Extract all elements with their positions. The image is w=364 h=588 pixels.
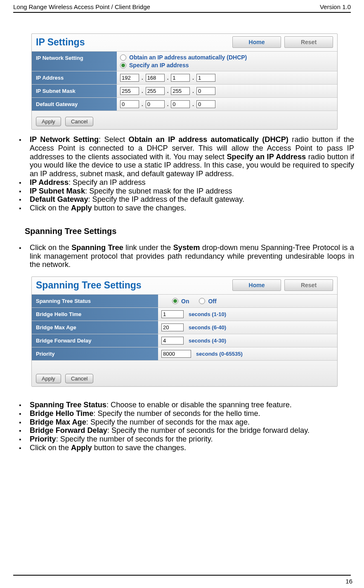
- list-item: IP Address: Specify an IP address: [30, 178, 354, 187]
- radio-icon: [120, 54, 126, 61]
- radio-icon: [172, 298, 178, 304]
- footer-rule: [13, 575, 351, 576]
- reset-button[interactable]: Reset: [284, 36, 333, 48]
- label: IP Network Setting: [32, 52, 117, 71]
- header-right: Version 1.0: [320, 3, 351, 10]
- radio-icon: [120, 62, 126, 68]
- gw-octet-1[interactable]: [120, 100, 139, 108]
- value: . . .: [117, 98, 337, 111]
- radio-on[interactable]: On: [172, 298, 189, 305]
- priority-input[interactable]: [161, 350, 191, 358]
- label: Priority: [32, 347, 158, 360]
- label: Spanning Tree Status: [32, 295, 158, 307]
- page-number: 16: [345, 578, 352, 585]
- label: IP Subnet Mask: [32, 85, 117, 97]
- panel-footer: Apply Cancel: [32, 361, 337, 386]
- apply-button[interactable]: Apply: [36, 374, 61, 383]
- row-hello-time: Bridge Hello Time seconds (1-10): [32, 308, 337, 321]
- row-ip-network-setting: IP Network Setting Obtain an IP address …: [32, 52, 337, 71]
- ip-octet-1[interactable]: [120, 74, 139, 82]
- mask-octet-3[interactable]: [171, 87, 190, 95]
- list-item: Spanning Tree Status: Choose to enable o…: [30, 401, 354, 409]
- list-item: Click on the Apply button to save the ch…: [30, 444, 354, 452]
- radio-dhcp[interactable]: Obtain an IP address automatically (DHCP…: [120, 54, 247, 61]
- mask-octet-2[interactable]: [146, 87, 165, 95]
- row-max-age: Bridge Max Age seconds (6-40): [32, 321, 337, 334]
- radio-icon: [199, 298, 205, 304]
- panel-footer: Apply Cancel: [32, 111, 337, 129]
- stp-intro-list: Click on the Spanning Tree link under th…: [13, 243, 354, 269]
- label: IP Address: [32, 71, 117, 84]
- row-subnet-mask: IP Subnet Mask . . .: [32, 85, 337, 98]
- row-ip-address: IP Address . . .: [32, 71, 337, 85]
- list-item: Bridge Forward Delay: Specify the number…: [30, 426, 354, 435]
- stp-title: Spanning Tree Settings: [36, 280, 142, 291]
- list-item: Click on the Apply button to save the ch…: [30, 204, 354, 213]
- ip-settings-panel: IP Settings Home Reset IP Network Settin…: [31, 33, 338, 130]
- list-item: IP Network Setting: Select Obtain an IP …: [30, 135, 354, 178]
- header-left: Long Range Wireless Access Point / Clien…: [13, 3, 150, 10]
- label: Default Gateway: [32, 98, 117, 111]
- value: Obtain an IP address automatically (DHCP…: [117, 52, 337, 71]
- row-stp-status: Spanning Tree Status On Off: [32, 295, 337, 308]
- value: . . .: [117, 71, 337, 84]
- row-forward-delay: Bridge Forward Delay seconds (4-30): [32, 334, 337, 347]
- label: Bridge Hello Time: [32, 308, 158, 321]
- spanning-tree-heading: Spanning Tree Settings: [25, 227, 351, 236]
- ip-octet-3[interactable]: [171, 74, 190, 82]
- spanning-tree-panel: Spanning Tree Settings Home Reset Spanni…: [31, 276, 338, 387]
- label: Bridge Forward Delay: [32, 334, 158, 347]
- mask-octet-4[interactable]: [196, 87, 215, 95]
- row-default-gateway: Default Gateway . . .: [32, 98, 337, 111]
- stp-description-list: Spanning Tree Status: Choose to enable o…: [13, 401, 354, 452]
- header-rule: [13, 12, 351, 13]
- ip-settings-title: IP Settings: [36, 37, 85, 48]
- home-button[interactable]: Home: [232, 279, 281, 291]
- reset-button[interactable]: Reset: [284, 279, 333, 291]
- page-header: Long Range Wireless Access Point / Clien…: [13, 3, 351, 11]
- cancel-button[interactable]: Cancel: [65, 117, 93, 126]
- ip-octet-4[interactable]: [196, 74, 215, 82]
- home-button[interactable]: Home: [232, 36, 281, 48]
- row-priority: Priority seconds (0-65535): [32, 347, 337, 361]
- label: Bridge Max Age: [32, 321, 158, 334]
- radio-static[interactable]: Specify an IP address: [120, 62, 189, 68]
- hello-input[interactable]: [161, 310, 184, 318]
- gw-octet-2[interactable]: [146, 100, 165, 108]
- mask-octet-1[interactable]: [120, 87, 139, 95]
- list-item: Priority: Specify the number of seconds …: [30, 435, 354, 444]
- fwd-input[interactable]: [161, 337, 184, 345]
- gw-octet-3[interactable]: [171, 100, 190, 108]
- list-item: Bridge Max Age: Specify the number of se…: [30, 418, 354, 427]
- list-item: IP Subnet Mask: Specify the subnet mask …: [30, 187, 354, 196]
- maxage-input[interactable]: [161, 324, 184, 331]
- ip-octet-2[interactable]: [146, 74, 165, 82]
- gw-octet-4[interactable]: [196, 100, 215, 108]
- list-item: Bridge Hello Time: Specify the number of…: [30, 409, 354, 418]
- list-item: Default Gateway: Specify the IP address …: [30, 195, 354, 204]
- value: . . .: [117, 85, 337, 97]
- value: On Off: [158, 295, 337, 307]
- apply-button[interactable]: Apply: [36, 117, 61, 126]
- ip-description-list: IP Network Setting: Select Obtain an IP …: [13, 135, 354, 213]
- radio-off[interactable]: Off: [199, 298, 216, 305]
- cancel-button[interactable]: Cancel: [65, 374, 93, 383]
- list-item: Click on the Spanning Tree link under th…: [30, 243, 354, 269]
